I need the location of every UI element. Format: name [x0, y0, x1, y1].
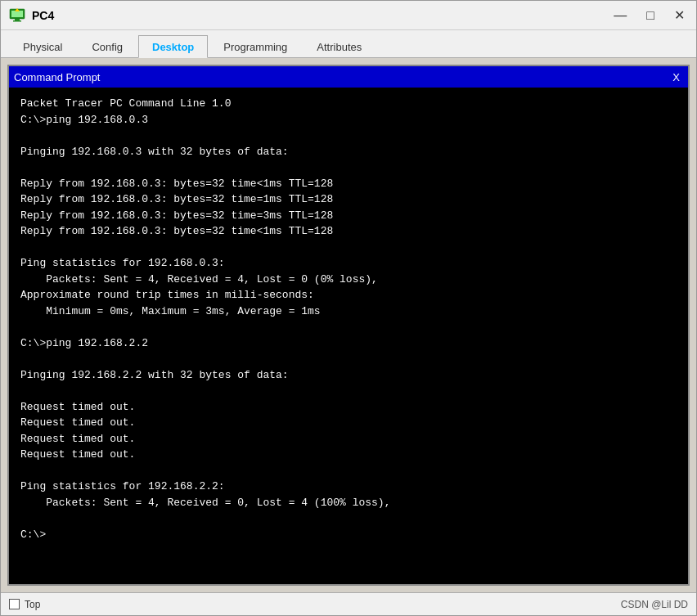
svg-rect-2 [15, 19, 20, 20]
title-controls: — □ ✕ [610, 9, 688, 22]
close-button[interactable]: ✕ [671, 9, 688, 22]
tab-attributes[interactable]: Attributes [303, 35, 375, 58]
tab-config[interactable]: Config [78, 35, 137, 58]
maximize-button[interactable]: □ [643, 9, 658, 22]
title-bar: PC4 — □ ✕ [1, 1, 696, 30]
minimize-button[interactable]: — [610, 9, 630, 22]
cmd-body[interactable]: Packet Tracer PC Command Line 1.0 C:\>pi… [9, 88, 688, 584]
tab-physical[interactable]: Physical [9, 35, 76, 58]
status-left: Top [9, 599, 40, 610]
top-label: Top [25, 599, 40, 610]
svg-rect-1 [11, 11, 23, 17]
svg-rect-3 [13, 20, 21, 22]
top-checkbox[interactable] [9, 599, 20, 609]
tab-programming[interactable]: Programming [209, 35, 301, 58]
status-bar: Top CSDN @Lil DD [1, 592, 696, 615]
cmd-close-button[interactable]: X [669, 71, 683, 83]
pc-icon [9, 7, 25, 24]
cmd-title-bar: Command Prompt X [9, 66, 688, 88]
tab-bar: Physical Config Desktop Programming Attr… [1, 30, 696, 58]
window-title: PC4 [32, 9, 54, 22]
cmd-title-text: Command Prompt [14, 71, 100, 83]
watermark: CSDN @Lil DD [621, 599, 688, 610]
title-bar-left: PC4 [9, 7, 54, 24]
main-content: Command Prompt X Packet Tracer PC Comman… [1, 58, 696, 592]
main-window: PC4 — □ ✕ Physical Config Desktop Progra… [0, 0, 697, 616]
cmd-window: Command Prompt X Packet Tracer PC Comman… [7, 65, 690, 586]
tab-desktop[interactable]: Desktop [138, 35, 208, 58]
